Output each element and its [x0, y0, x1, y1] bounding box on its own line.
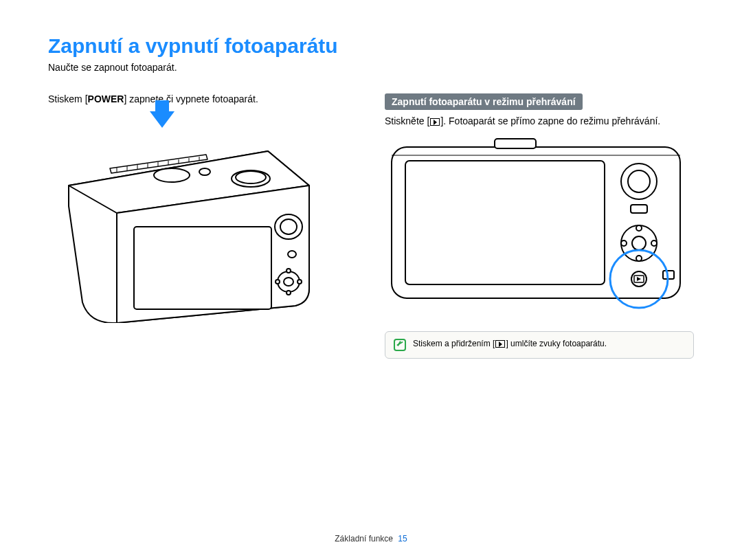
note-pre: Stiskem a přidržením [ — [413, 339, 495, 348]
svg-point-4 — [280, 219, 297, 234]
page-subtitle: Naučte se zapnout fotoaparát. — [48, 62, 694, 73]
right-column: Zapnutí fotoaparátu v režimu přehrávání … — [385, 93, 694, 359]
svg-point-34 — [651, 240, 657, 246]
page-container: Zapnutí a vypnutí fotoaparátu Naučte se … — [0, 0, 742, 560]
svg-point-28 — [628, 170, 650, 192]
playback-icon — [495, 340, 505, 348]
playback-section-header: Zapnutí fotoaparátu v režimu přehrávání — [385, 93, 583, 110]
note-post: ] umlčíte zvuky fotoaparátu. — [506, 339, 607, 348]
svg-point-33 — [621, 240, 627, 246]
svg-point-30 — [632, 236, 646, 250]
svg-point-7 — [286, 269, 291, 273]
playback-icon — [430, 118, 440, 126]
svg-rect-26 — [495, 139, 536, 148]
power-instruction: Stiskem [POWER] zapnete či vypnete fotoa… — [48, 93, 357, 104]
two-column-layout: Stiskem [POWER] zapnete či vypnete fotoa… — [48, 93, 694, 359]
power-strong: POWER — [88, 93, 124, 104]
note-text: Stiskem a přidržením [] umlčíte zvuky fo… — [413, 339, 607, 348]
power-pre: Stiskem [ — [48, 93, 88, 104]
svg-point-8 — [286, 291, 291, 295]
note-icon — [394, 339, 406, 351]
svg-point-31 — [636, 225, 642, 231]
svg-rect-35 — [631, 205, 647, 213]
note-box: Stiskem a přidržením [] umlčíte zvuky fo… — [385, 331, 694, 359]
page-footer: Základní funkce 15 — [0, 534, 742, 544]
svg-point-2 — [236, 171, 266, 183]
svg-point-10 — [297, 280, 302, 284]
page-title: Zapnutí a vypnutí fotoaparátu — [48, 34, 694, 58]
left-column: Stiskem [POWER] zapnete či vypnete fotoa… — [48, 93, 357, 359]
camera-rear-illustration — [385, 133, 687, 312]
press-pre: Stiskněte [ — [385, 115, 429, 126]
svg-point-32 — [636, 256, 642, 261]
press-post: ]. Fotoaparát se přímo zapne do režimu p… — [440, 115, 660, 126]
footer-label: Základní funkce — [335, 534, 393, 544]
power-post: ] zapnete či vypnete fotoaparát. — [124, 93, 258, 104]
camera-perspective-illustration — [48, 131, 330, 323]
playback-instruction: Stiskněte []. Fotoaparát se přímo zapne … — [385, 115, 694, 126]
svg-point-22 — [199, 168, 210, 175]
svg-point-21 — [154, 168, 190, 182]
down-arrow-icon — [150, 111, 175, 128]
svg-rect-0 — [134, 227, 271, 309]
svg-point-11 — [288, 251, 296, 258]
svg-point-6 — [284, 278, 293, 286]
svg-point-9 — [276, 280, 280, 284]
svg-rect-24 — [405, 161, 605, 284]
page-number: 15 — [398, 534, 407, 544]
